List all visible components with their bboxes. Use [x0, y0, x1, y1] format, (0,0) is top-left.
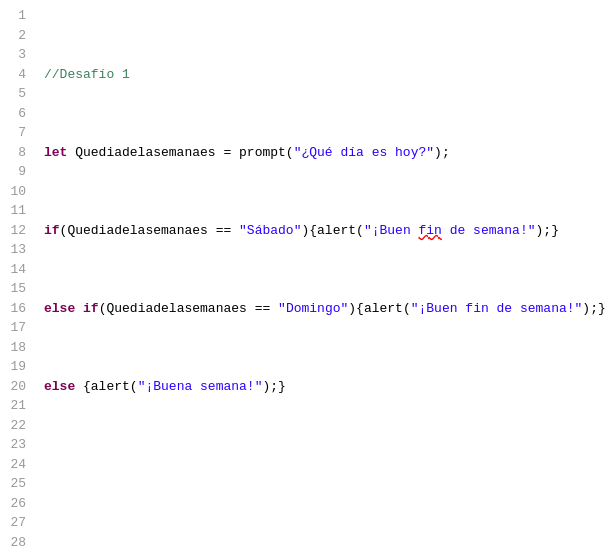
ln-1: 1 [6, 6, 26, 26]
ln-2: 2 [6, 26, 26, 46]
ln-15: 15 [6, 279, 26, 299]
ln-9: 9 [6, 162, 26, 182]
ln-12: 12 [6, 221, 26, 241]
ln-22: 22 [6, 416, 26, 436]
code-line-2: let Quediadelasemanaes = prompt("¿Qué dí… [44, 143, 600, 163]
ln-25: 25 [6, 474, 26, 494]
text-3b: ){alert( [301, 223, 363, 238]
code-line-6 [44, 455, 600, 475]
kw-if-3: if [44, 223, 60, 238]
sp-4 [75, 301, 83, 316]
str-5: "¡Buena semana!" [138, 379, 263, 394]
comment-1: //Desafío 1 [44, 67, 130, 82]
ln-23: 23 [6, 435, 26, 455]
text-2b: ); [434, 145, 450, 160]
ln-13: 13 [6, 240, 26, 260]
text-3c: );} [536, 223, 559, 238]
ln-10: 10 [6, 182, 26, 202]
ln-14: 14 [6, 260, 26, 280]
line-numbers: 1 2 3 4 5 6 7 8 9 10 11 12 13 14 15 16 1… [0, 0, 34, 552]
code-line-4: else if(Quediadelasemanaes == "Domingo")… [44, 299, 600, 319]
ln-24: 24 [6, 455, 26, 475]
ln-5: 5 [6, 84, 26, 104]
text-2: Quediadelasemanaes = prompt( [67, 145, 293, 160]
code-line-1: //Desafío 1 [44, 65, 600, 85]
ln-8: 8 [6, 143, 26, 163]
ln-26: 26 [6, 494, 26, 514]
code-content[interactable]: //Desafío 1 let Quediadelasemanaes = pro… [34, 0, 610, 552]
ln-4: 4 [6, 65, 26, 85]
text-5a: {alert( [75, 379, 137, 394]
ln-3: 3 [6, 45, 26, 65]
kw-else-5: else [44, 379, 75, 394]
ln-11: 11 [6, 201, 26, 221]
ln-27: 27 [6, 513, 26, 533]
text-3a: (Quediadelasemanaes == [60, 223, 239, 238]
code-line-7 [44, 533, 600, 553]
kw-else-4: else [44, 301, 75, 316]
code-line-3: if(Quediadelasemanaes == "Sábado"){alert… [44, 221, 600, 241]
ln-28: 28 [6, 533, 26, 553]
ln-20: 20 [6, 377, 26, 397]
ln-17: 17 [6, 318, 26, 338]
kw-let-2: let [44, 145, 67, 160]
text-4a: (Quediadelasemanaes == [99, 301, 278, 316]
ln-7: 7 [6, 123, 26, 143]
kw-if-4: if [83, 301, 99, 316]
text-4b: ){alert( [348, 301, 410, 316]
str-3b: "¡Buen fin de semana!" [364, 223, 536, 238]
str-4a: "Domingo" [278, 301, 348, 316]
str-4b: "¡Buen fin de semana!" [411, 301, 583, 316]
text-4c: );} [582, 301, 605, 316]
str-3a: "Sábado" [239, 223, 301, 238]
code-editor: 1 2 3 4 5 6 7 8 9 10 11 12 13 14 15 16 1… [0, 0, 610, 552]
code-line-5: else {alert("¡Buena semana!");} [44, 377, 600, 397]
ln-6: 6 [6, 104, 26, 124]
ln-18: 18 [6, 338, 26, 358]
str-2: "¿Qué día es hoy?" [294, 145, 434, 160]
text-5b: );} [262, 379, 285, 394]
ln-21: 21 [6, 396, 26, 416]
ln-16: 16 [6, 299, 26, 319]
ln-19: 19 [6, 357, 26, 377]
